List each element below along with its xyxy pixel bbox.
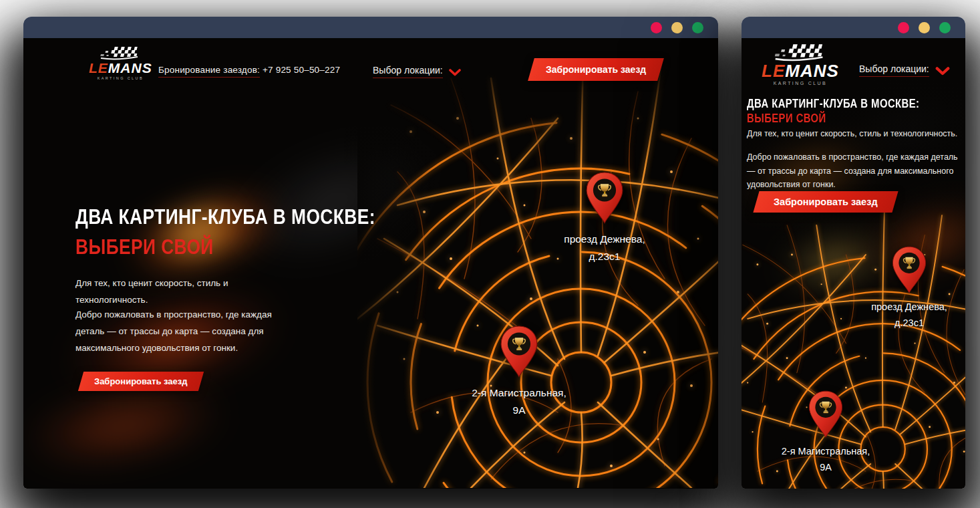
logo-subtitle: KARTING CLUB [98,76,144,80]
landing-page-desktop: LEMANS KARTING CLUB Бронирование заездов… [23,38,718,489]
window-control-red[interactable] [898,22,909,33]
location-selector[interactable]: Выбор локации: [859,64,950,77]
book-ride-button-hero[interactable]: Забронировать заезд [78,372,204,391]
location-pin-icon [808,390,844,442]
booking-label: Бронирование заездов: [158,65,260,78]
browser-window-desktop: LEMANS KARTING CLUB Бронирование заездов… [23,17,718,489]
chevron-down-icon [449,69,461,76]
hero-title-line1: ДВА КАРТИНГ-КЛУБА В МОСКВЕ: [75,205,375,229]
window-control-green[interactable] [939,22,951,33]
window-control-yellow[interactable] [919,22,930,33]
booking-phone-line: Бронирование заездов: +7 925 50–50–227 [158,65,340,75]
checkered-flag-icon [773,43,828,61]
location-pin-icon [892,246,927,298]
hero-title-line2: ВЫБЕРИ СВОЙ [75,235,214,259]
lemans-logo[interactable]: LEMANS KARTING CLUB [89,46,152,80]
browser-window-mobile: LEMANS KARTING CLUB Выбор локации: ДВА К… [742,17,965,489]
pin-address-label: 2-я Магистральная,9А [749,444,903,476]
window-control-red[interactable] [651,22,662,33]
window-titlebar [742,17,965,38]
hero-paragraph-2: Добро пожаловать в пространство, где каж… [75,307,291,357]
location-pin-icon [585,172,624,229]
book-ride-button-header[interactable]: Забронировать заезд [528,58,664,81]
location-selector[interactable]: Выбор локации: [373,65,461,78]
hero-paragraph-1: Для тех, кто ценит скорость, стиль и тех… [75,275,288,309]
lemans-logo[interactable]: LEMANS KARTING CLUB [762,43,839,86]
window-control-green[interactable] [692,22,703,33]
window-control-yellow[interactable] [671,22,683,33]
logo-wordmark: LEMANS [89,61,152,75]
logo-wordmark: LEMANS [762,62,839,80]
window-titlebar [23,17,718,38]
fire-streak-art [761,221,909,299]
phone-number-link[interactable]: +7 925 50–50–227 [263,65,340,75]
location-pin-icon [500,326,538,382]
hero-paragraph-2: Добро пожаловать в пространство, где каж… [747,150,965,192]
hero-title-line2: ВЫБЕРИ СВОЙ [747,112,826,126]
location-label: Выбор локации: [373,65,443,78]
chevron-down-icon [935,67,950,76]
hero-paragraph-1: Для тех, кто ценит скорость, стиль и тех… [747,127,962,141]
location-label: Выбор локации: [859,64,929,77]
pin-address-label: 2-я Магистральная,9А [442,384,596,418]
pin-address-label: проезд Дежнева,д.23с1 [528,231,681,265]
logo-subtitle: KARTING CLUB [774,81,827,86]
landing-page-mobile: LEMANS KARTING CLUB Выбор локации: ДВА К… [742,38,965,489]
book-ride-button-hero[interactable]: Забронировать заезд [753,191,898,213]
pin-address-label: проезд Дежнева,д.23с1 [832,299,965,332]
hero-title-line1: ДВА КАРТИНГ-КЛУБА В МОСКВЕ: [747,97,919,111]
checkered-flag-icon [99,46,142,60]
